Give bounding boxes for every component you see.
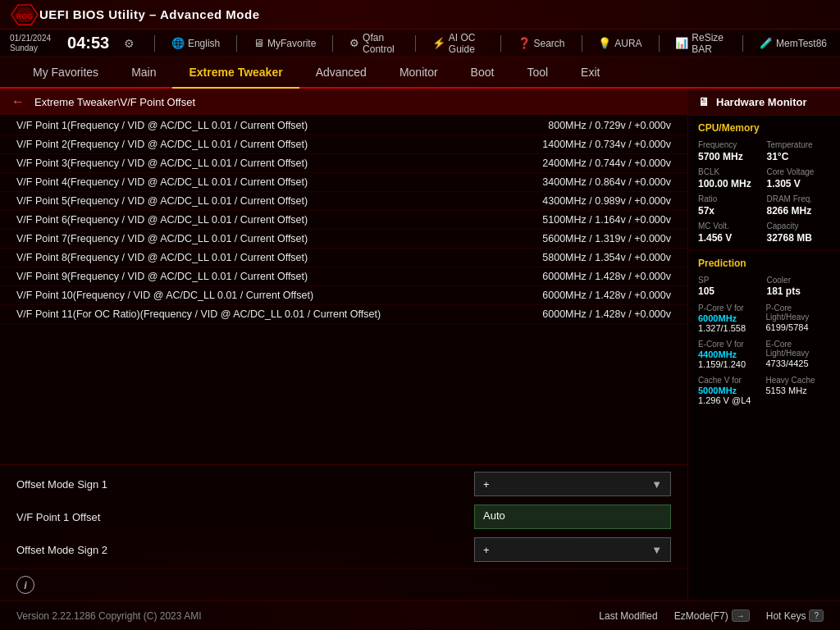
vf-value-8: 5800MHz / 1.354v / +0.000v — [507, 252, 671, 263]
frequency-label: Frequency — [698, 140, 762, 149]
qfan-control-btn[interactable]: ⚙ Qfan Control — [346, 30, 402, 57]
table-row[interactable]: V/F Point 8(Frequency / VID @ AC/DC_LL 0… — [0, 249, 687, 267]
offset-mode-sign2-dropdown[interactable]: + ▼ — [474, 537, 671, 562]
vf-value-5: 4300MHz / 0.989v / +0.000v — [507, 195, 671, 207]
breadcrumb-bar: ← Extreme Tweaker\V/F Point Offset — [0, 89, 687, 115]
info-icon: i — [16, 576, 34, 594]
vf-points-table[interactable]: V/F Point 1(Frequency / VID @ AC/DC_LL 0… — [0, 115, 687, 464]
pcore-block: P-Core V for 6000MHz 1.327/1.558 P-CoreL… — [698, 304, 830, 333]
ez-mode-btn[interactable]: EzMode(F7) → — [674, 609, 750, 622]
table-row[interactable]: V/F Point 4(Frequency / VID @ AC/DC_LL 0… — [0, 173, 687, 192]
ez-mode-arrow-icon: → — [732, 609, 750, 622]
dropdown-arrow-1: ▼ — [651, 478, 662, 491]
nav-bar: My Favorites Main Extreme Tweaker Advanc… — [0, 57, 840, 89]
tab-my-favorites[interactable]: My Favorites — [16, 57, 115, 89]
table-row[interactable]: V/F Point 10(Frequency / VID @ AC/DC_LL … — [0, 286, 687, 305]
vf-value-7: 5600MHz / 1.319v / +0.000v — [507, 233, 671, 244]
ez-mode-label: EzMode(F7) — [674, 610, 728, 622]
hot-keys-label: Hot Keys — [766, 610, 806, 622]
pcore-volt: 1.327/1.558 — [698, 323, 763, 333]
table-row[interactable]: V/F Point 11(For OC Ratio)(Frequency / V… — [0, 305, 687, 324]
table-row[interactable]: V/F Point 9(Frequency / VID @ AC/DC_LL 0… — [0, 267, 687, 286]
aura-btn[interactable]: 💡 AURA — [595, 35, 645, 51]
table-row[interactable]: V/F Point 1(Frequency / VID @ AC/DC_LL 0… — [0, 116, 687, 135]
cache-v-label: Cache V for — [698, 376, 763, 385]
aura-label: AURA — [614, 38, 641, 49]
table-row[interactable]: V/F Point 6(Frequency / VID @ AC/DC_LL 0… — [0, 211, 687, 230]
divider-8 — [742, 35, 743, 52]
memtest-btn[interactable]: 🧪 MemTest86 — [756, 35, 830, 51]
capacity-label: Capacity — [767, 221, 831, 231]
settings-icon[interactable]: ⚙ — [124, 37, 135, 50]
bios-title: UEFI BIOS Utility – Advanced Mode — [39, 7, 259, 21]
divider-6 — [582, 35, 582, 52]
my-favorite-btn[interactable]: 🖥 MyFavorite — [250, 35, 319, 51]
tab-advanced[interactable]: Advanced — [299, 57, 383, 89]
tab-boot[interactable]: Boot — [454, 57, 511, 89]
offset-mode-sign1-label: Offset Mode Sign 1 — [16, 478, 474, 491]
qfan-label: Qfan Control — [363, 32, 399, 55]
vf-point1-offset-input[interactable]: Auto — [474, 504, 671, 529]
vf-value-4: 3400MHz / 0.864v / +0.000v — [507, 176, 671, 188]
cpu-memory-title: CPU/Memory — [698, 122, 830, 134]
offset-mode-sign1-dropdown[interactable]: + ▼ — [474, 472, 671, 496]
capacity-item: Capacity 32768 MB — [767, 221, 831, 244]
ecore-lh-label: E-CoreLight/Heavy — [766, 340, 831, 358]
heavy-cache-label: Heavy Cache — [766, 376, 831, 385]
vf-value-11: 6000MHz / 1.428v / +0.000v — [507, 308, 671, 320]
memtest-icon: 🧪 — [760, 37, 773, 49]
monitor-icon: 🖥 — [698, 95, 710, 108]
search-btn[interactable]: ❓ Search — [514, 35, 568, 51]
capacity-value: 32768 MB — [767, 232, 831, 244]
dram-freq-label: DRAM Freq. — [767, 194, 831, 203]
resize-label: ReSize BAR — [692, 32, 726, 55]
pcore-v-label: P-Core V for — [698, 304, 763, 313]
table-row[interactable]: V/F Point 3(Frequency / VID @ AC/DC_LL 0… — [0, 154, 687, 173]
vf-name-1: V/F Point 1(Frequency / VID @ AC/DC_LL 0… — [16, 120, 507, 131]
last-modified-label: Last Modified — [599, 610, 657, 622]
sp-value: 105 — [698, 285, 762, 297]
ecore-lh-value: 4733/4425 — [766, 358, 831, 368]
cooler-value: 181 pts — [767, 285, 831, 297]
back-arrow-icon[interactable]: ← — [11, 94, 25, 109]
vf-name-11: V/F Point 11(For OC Ratio)(Frequency / V… — [16, 308, 507, 320]
last-modified-btn[interactable]: Last Modified — [599, 610, 657, 622]
dram-freq-value: 8266 MHz — [767, 205, 831, 217]
tab-exit[interactable]: Exit — [564, 57, 616, 89]
pcore-freq: 6000MHz — [698, 313, 763, 323]
ecore-freq: 4400MHz — [698, 349, 763, 359]
vf-value-6: 5100MHz / 1.164v / +0.000v — [507, 214, 671, 226]
ratio-item: Ratio 57x — [698, 194, 762, 217]
ai-oc-guide-btn[interactable]: ⚡ AI OC Guide — [429, 30, 487, 57]
tab-main[interactable]: Main — [115, 57, 172, 89]
search-label: Search — [534, 38, 565, 49]
pcore-lh-label: P-CoreLight/Heavy — [766, 304, 831, 322]
cpu-memory-grid: Frequency 5700 MHz Temperature 31°C BCLK… — [698, 140, 830, 244]
ai-label: AI OC Guide — [449, 32, 484, 55]
cooler-item: Cooler 181 pts — [767, 276, 831, 297]
prediction-sp-cooler-grid: SP 105 Cooler 181 pts — [698, 276, 830, 297]
cooler-label: Cooler — [767, 276, 831, 285]
resize-bar-btn[interactable]: 📊 ReSize BAR — [672, 30, 729, 57]
language-icon: 🌐 — [171, 37, 185, 49]
pcore-lh-value: 6199/5784 — [766, 322, 831, 332]
hw-monitor-header: 🖥 Hardware Monitor — [688, 89, 840, 116]
table-row[interactable]: V/F Point 5(Frequency / VID @ AC/DC_LL 0… — [0, 192, 687, 211]
tab-monitor[interactable]: Monitor — [383, 57, 454, 89]
prediction-section: Prediction SP 105 Cooler 181 pts P-Core … — [688, 251, 840, 600]
dram-freq-item: DRAM Freq. 8266 MHz — [767, 194, 831, 217]
hot-keys-btn[interactable]: Hot Keys ? — [766, 609, 824, 622]
temperature-value: 31°C — [767, 151, 831, 162]
prediction-title: Prediction — [698, 258, 830, 269]
language-selector[interactable]: 🌐 English — [168, 35, 223, 51]
temperature-label: Temperature — [767, 140, 831, 149]
vf-value-10: 6000MHz / 1.428v / +0.000v — [507, 290, 671, 301]
frequency-item: Frequency 5700 MHz — [698, 140, 762, 162]
frequency-value: 5700 MHz — [698, 151, 762, 162]
table-row[interactable]: V/F Point 7(Frequency / VID @ AC/DC_LL 0… — [0, 230, 687, 249]
bclk-value: 100.00 MHz — [698, 178, 762, 189]
tab-tool[interactable]: Tool — [510, 57, 564, 89]
resize-icon: 📊 — [675, 37, 688, 49]
tab-extreme-tweaker[interactable]: Extreme Tweaker — [172, 57, 299, 89]
table-row[interactable]: V/F Point 2(Frequency / VID @ AC/DC_LL 0… — [0, 135, 687, 154]
